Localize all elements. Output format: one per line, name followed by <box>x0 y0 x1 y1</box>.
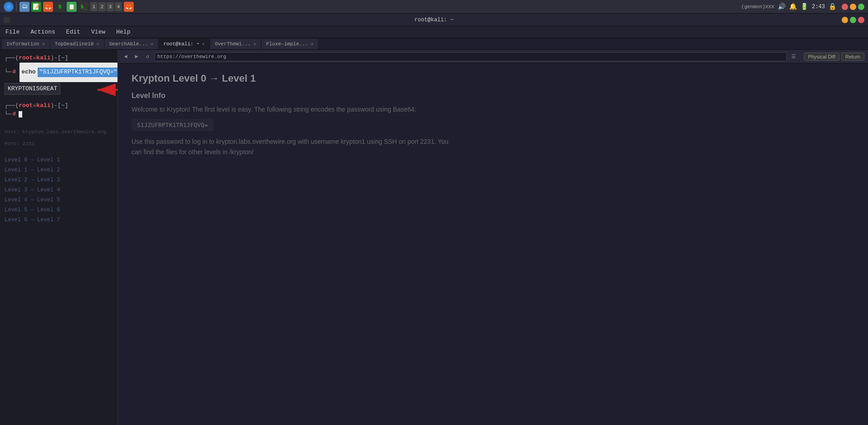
tab-topdeadline[interactable]: TopDeadline10 ✕ <box>50 39 104 49</box>
window-controls-top <box>842 4 864 10</box>
browser-action-buttons: ☰ <box>790 53 798 60</box>
instruction-text: Use this password to log in to krypton.l… <box>132 137 449 157</box>
prompt-skull-1: ☠ <box>33 54 36 63</box>
prompt-line-1: ┌──( root ☠ kali )-[ ~ ] <box>5 54 113 63</box>
sidebar-link-5[interactable]: Level 5 → Level 6 <box>5 206 113 214</box>
sidebar-link-4[interactable]: Level 4 → Level 5 <box>5 196 113 204</box>
tab-close-information[interactable]: ✕ <box>42 41 45 47</box>
maximize-button[interactable] <box>850 17 856 23</box>
sidebar-link-3[interactable]: Level 3 → Level 4 <box>5 186 113 194</box>
browser-reload[interactable]: ↺ <box>143 53 151 61</box>
cursor <box>19 111 22 117</box>
genmon-label: (genmon)XXX <box>741 4 775 10</box>
menu-view[interactable]: View <box>89 28 107 36</box>
terminal-icon <box>4 17 10 23</box>
browser-pane: ◀ ▶ ↺ https://overthewire.org ☰ Physical… <box>118 50 868 425</box>
tab-fluxe[interactable]: Fluxe-imple... ✕ <box>262 39 318 49</box>
battery-icon[interactable]: 🔋 <box>800 3 808 10</box>
sidebar-link-2[interactable]: Level 2 → Level 3 <box>5 176 113 184</box>
minimize-button[interactable] <box>842 17 848 23</box>
app-icon-notes[interactable]: 📝 <box>31 2 41 12</box>
tab-close-fluxe[interactable]: ✕ <box>311 41 313 47</box>
browser-chrome: ◀ ▶ ↺ https://overthewire.org ☰ Physical… <box>118 50 868 64</box>
browser-right-buttons: Physical Diff Return <box>804 53 864 61</box>
app-icon-files[interactable]: 🗂 <box>20 2 29 12</box>
browser-url-bar[interactable]: https://overthewire.org <box>154 52 787 61</box>
workspace-group: 1 2 3 4 <box>90 2 122 11</box>
terminal-window: root@kali: ~ File Actions Edit View Help… <box>0 14 868 425</box>
prompt-root-1: root <box>19 54 33 63</box>
close-button-top[interactable] <box>842 4 848 10</box>
sidebar-link-0[interactable]: Level 0 → Level 1 <box>5 156 113 164</box>
workspace-2[interactable]: 2 <box>98 2 106 11</box>
window-controls <box>842 17 864 23</box>
tab-information[interactable]: Information ✕ <box>2 39 49 49</box>
clock: 2:43 <box>812 4 825 10</box>
tab-close-root-kali[interactable]: ✕ <box>202 41 205 47</box>
prompt-line-2: ┌──( root ☠ kali )-[ ~ ] <box>5 101 113 110</box>
workspace-3[interactable]: 3 <box>107 2 114 11</box>
prompt-skull-2: ☠ <box>33 101 36 110</box>
app-icon-firefox[interactable]: 🦊 <box>43 2 53 12</box>
prompt-kali-1: kali <box>36 54 50 63</box>
sidebar-port: Port: 2231 <box>5 140 113 148</box>
tab-close-overthewire[interactable]: ✕ <box>254 41 256 47</box>
menu-edit[interactable]: Edit <box>64 28 82 36</box>
cmd-highlighted: echo "S1JZUFRPTK1TR1JFQVQ=" | base64 -d <box>20 63 118 83</box>
terminal-tabbar: Information ✕ TopDeadline10 ✕ SearchAble… <box>0 38 868 50</box>
section-title: Level Info <box>132 92 854 100</box>
cmd-echo: echo <box>21 68 35 77</box>
output-area: KRYPTONISGREAT <box>5 83 113 95</box>
lock-icon[interactable]: 🔒 <box>829 3 836 10</box>
app-icon-notes2[interactable]: 📋 <box>67 2 77 12</box>
browser-back[interactable]: ◀ <box>122 53 130 61</box>
terminal-titlebar: root@kali: ~ <box>0 14 868 26</box>
app-icon-firefox2[interactable]: 🦊 <box>124 2 134 12</box>
terminal-pane[interactable]: ┌──( root ☠ kali )-[ ~ ] └─ # echo "S1JZ… <box>0 50 118 425</box>
tab-searchable[interactable]: SearchAble... ✕ <box>105 39 158 49</box>
taskbar-right: (genmon)XXX 🔊 🔔 🔋 2:43 🔒 <box>741 3 864 10</box>
prompt-kali-2: kali <box>36 101 50 110</box>
prompt-tilde-2: ~ <box>61 101 65 110</box>
menu-help[interactable]: Help <box>114 28 132 36</box>
cmd-string: "S1JZUFRPTK1TR1JFQVQ=" <box>38 68 118 77</box>
kali-logo-icon[interactable] <box>4 2 14 12</box>
app-icon-terminal[interactable]: $ <box>55 2 65 12</box>
terminal-title: root@kali: ~ <box>414 17 454 23</box>
workspace-1[interactable]: 1 <box>90 2 98 11</box>
terminal-content-area: ┌──( root ☠ kali )-[ ~ ] └─ # echo "S1JZ… <box>0 50 868 425</box>
tab-close-topdeadline[interactable]: ✕ <box>96 41 99 47</box>
notification-icon[interactable]: 🔔 <box>789 3 797 10</box>
prompt-root-2: root <box>19 101 33 110</box>
menu-file[interactable]: File <box>4 28 21 36</box>
maximize-button-top[interactable] <box>858 4 864 10</box>
page-title: Krypton Level 0 → Level 1 <box>132 73 854 84</box>
taskbar-separator-1 <box>16 2 17 11</box>
taskbar: 🗂 📝 🦊 $ 📋 $_ 1 2 3 4 🦊 (genmon)XXX 🔊 🔔 🔋… <box>0 0 868 14</box>
sidebar-nav-area: Host: krypton.labs.overthewire.org Port:… <box>5 128 113 224</box>
sidebar-host: Host: krypton.labs.overthewire.org <box>5 128 113 136</box>
menu-actions[interactable]: Actions <box>29 28 57 36</box>
workspace-4[interactable]: 4 <box>115 2 122 11</box>
close-button[interactable] <box>858 17 864 23</box>
return-button[interactable]: Return <box>841 53 864 61</box>
physical-diff-button[interactable]: Physical Diff <box>804 53 839 61</box>
command-line-2: └─ # <box>5 110 113 119</box>
code-block: S1JZUFRPTK1TR1JFQVQ= <box>132 119 214 131</box>
browser-content: Krypton Level 0 → Level 1 Level Info Wel… <box>118 64 868 171</box>
intro-text: Welcome to Krypton! The first level is e… <box>132 104 449 114</box>
browser-url-text: https://overthewire.org <box>157 54 226 59</box>
tab-close-searchable[interactable]: ✕ <box>151 41 153 47</box>
sidebar-link-6[interactable]: Level 6 → Level 7 <box>5 216 113 224</box>
red-arrow-icon <box>93 81 118 99</box>
app-icon-xterm[interactable]: $_ <box>78 2 88 12</box>
browser-forward[interactable]: ▶ <box>132 53 141 61</box>
volume-icon[interactable]: 🔊 <box>778 3 785 10</box>
browser-menu-btn[interactable]: ☰ <box>790 53 798 60</box>
sidebar-link-1[interactable]: Level 1 → Level 2 <box>5 166 113 174</box>
command-line: └─ # echo "S1JZUFRPTK1TR1JFQVQ=" | base6… <box>5 63 113 83</box>
minimize-button-top[interactable] <box>850 4 856 10</box>
tab-root-kali[interactable]: root@kali: ~ ✕ <box>159 39 209 49</box>
tab-overthewire[interactable]: OverTheWi... ✕ <box>210 39 261 49</box>
terminal-menubar: File Actions Edit View Help <box>0 26 868 38</box>
